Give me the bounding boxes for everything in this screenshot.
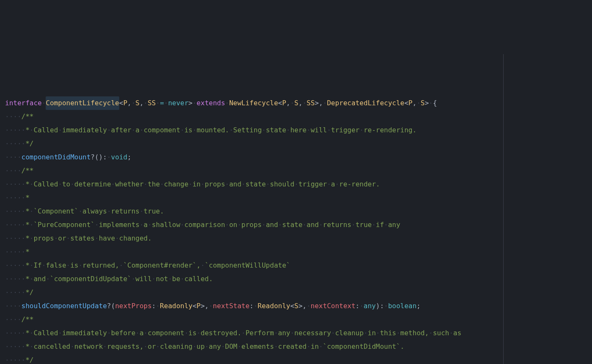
code-token: S [135,96,140,110]
code-token: ,· [413,96,421,110]
code-token: ?( [107,299,115,313]
code-token: P [408,96,413,110]
code-token: ,· [286,96,294,110]
code-line[interactable]: ·····*·`Component`·always·returns·true. [5,205,592,218]
code-token: · [164,96,168,110]
code-token: nextProps [115,299,152,313]
code-token: < [404,96,408,110]
code-token: /** [22,110,34,123]
code-token: nextContext [311,299,356,313]
code-token: :· [152,299,160,313]
code-token: componentDidMount [22,151,91,164]
code-token: SS [307,96,315,110]
code-line[interactable]: ·····*·props·or·states·have·changed. [5,232,592,245]
code-line[interactable]: ····/** [5,313,592,326]
code-token: *·props·or·states·have·changed. [25,232,152,245]
code-token: >,· [299,299,311,313]
code-token: S [294,299,299,313]
code-token: */ [25,286,33,299]
code-token: :· [249,299,258,313]
code-line[interactable]: ·····*·cancelled·network·requests,·or·cl… [5,340,592,353]
code-line[interactable]: ·····* [5,191,592,205]
code-token: * [25,245,30,259]
code-token: :· [356,299,364,313]
code-token: DeprecatedLifecycle [327,96,404,110]
code-token: ComponentLifecycle [46,96,119,110]
code-token: · [225,96,229,110]
code-token: NewLifecycle [229,96,278,110]
code-token: *·and·`componentDidUpdate`·will·not·be·c… [25,272,213,286]
code-token: *·Called·to·determine·whether·the·change… [25,178,380,191]
code-line[interactable]: ·····*/ [5,286,592,299]
code-token: < [119,96,123,110]
code-token: ; [417,299,421,313]
code-token: *·`Component`·always·returns·true. [25,205,164,218]
code-token: ,· [127,96,135,110]
code-line[interactable]: ·····*/ [5,353,592,364]
code-token: interface [5,96,42,110]
code-token: *·`PureComponent`·implements·a·shallow·c… [25,218,400,232]
code-token: >· [189,96,197,110]
code-line[interactable]: ·····*·Called·immediately·before·a·compo… [5,326,592,340]
code-token: · [156,96,160,110]
code-line[interactable]: ·····*·`PureComponent`·implements·a·shal… [5,218,592,232]
code-token: *·cancelled·network·requests,·or·cleanin… [25,340,404,353]
code-token: < [290,299,294,313]
code-token: >·{ [425,96,437,110]
code-line[interactable]: ····/** [5,110,592,123]
code-token: P [282,96,286,110]
code-token: *·Called·immediately·after·a·compoment·i… [25,123,417,137]
code-token: */ [25,137,33,151]
code-line[interactable]: ····/** [5,164,592,178]
code-line[interactable]: ·····*·If·false·is·returned,·`Component#… [5,259,592,272]
code-token: >,· [200,299,213,313]
code-line[interactable]: ·····*·Called·immediately·after·a·compom… [5,123,592,137]
code-lines-container: interface·ComponentLifecycle<P,·S,·SS·=·… [5,96,592,364]
code-token: shouldComponentUpdate [22,299,107,313]
code-token: nextState [213,299,249,313]
code-token: ):· [376,299,388,313]
code-token: ,· [140,96,148,110]
code-token: /** [22,164,34,178]
code-token: Readonly [160,299,192,313]
code-token: · [42,96,46,110]
code-token: void [111,151,128,164]
code-token: P [123,96,127,110]
code-token: * [25,191,30,205]
code-line[interactable]: ····shouldComponentUpdate?(nextProps:·Re… [5,299,592,313]
code-token: S [294,96,299,110]
code-token: ,· [299,96,307,110]
code-token: extends [197,96,225,110]
code-token: ; [127,151,132,164]
code-line[interactable]: ·····*/ [5,137,592,151]
code-line[interactable]: interface·ComponentLifecycle<P,·S,·SS·=·… [5,96,592,110]
code-token: S [421,96,425,110]
code-token: Readonly [258,299,290,313]
code-line[interactable]: ····componentDidMount?():·void; [5,151,592,164]
code-token: *·If·false·is·returned,·`Component#rende… [25,259,290,272]
code-token: >,· [315,96,327,110]
code-token: any [364,299,376,313]
code-line[interactable]: ·····*·and·`componentDidUpdate`·will·not… [5,272,592,286]
code-line[interactable]: ·····* [5,245,592,259]
code-editor[interactable]: interface·ComponentLifecycle<P,·S,·SS·=·… [0,54,592,364]
code-token: boolean [388,299,417,313]
code-line[interactable]: ·····*·Called·to·determine·whether·the·c… [5,178,592,191]
code-token: < [278,96,282,110]
code-token: SS [148,96,156,110]
code-token: */ [25,353,33,364]
code-token: /** [22,313,34,326]
code-token: ?():· [90,151,111,164]
code-token: P [197,299,201,313]
code-token: < [192,299,197,313]
code-token: never [168,96,188,110]
code-token: *·Called·immediately·before·a·component·… [25,326,461,340]
code-token: = [160,96,164,110]
